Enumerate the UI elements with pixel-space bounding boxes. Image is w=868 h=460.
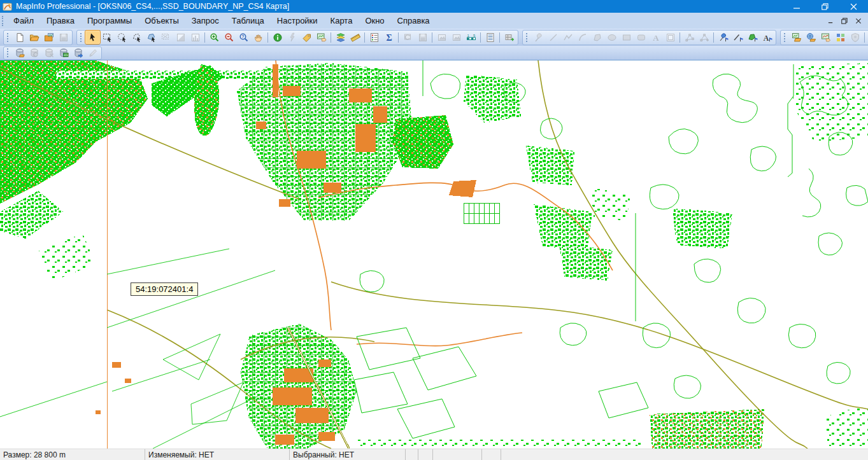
polygon-button — [590, 31, 604, 44]
minimize-icon — [828, 18, 834, 24]
polygon-icon — [592, 32, 602, 43]
dbms-catalog-button[interactable] — [71, 46, 85, 60]
menu-item-file[interactable]: Файл — [7, 14, 40, 27]
line-style-button[interactable] — [730, 31, 745, 44]
svg-text:A: A — [763, 33, 769, 42]
clip-region-button — [449, 31, 464, 44]
ruler-icon — [350, 32, 360, 43]
polygon-select-icon — [132, 32, 142, 43]
mapinfo-window: MapInfo Professional - [OKSN06_CS4,...,S… — [0, 0, 868, 460]
new-table-button[interactable] — [12, 31, 27, 44]
menu-item-programs[interactable]: Программы — [81, 14, 138, 27]
toolbar-web-services-grip[interactable] — [784, 33, 786, 42]
new-district-window-button[interactable] — [502, 31, 516, 44]
pan-button[interactable] — [251, 31, 266, 44]
restore-button[interactable] — [811, 0, 839, 13]
dbms-sql-view-button[interactable]: 101 — [56, 46, 71, 60]
menu-item-table[interactable]: Таблица — [225, 14, 271, 27]
ruler-button[interactable] — [348, 31, 362, 44]
status-filler — [501, 449, 868, 460]
menu-item-window[interactable]: Окно — [359, 14, 390, 27]
invert-selection-icon — [176, 32, 186, 43]
tool-grid-icon — [836, 32, 846, 43]
menubar-grip[interactable] — [2, 16, 4, 26]
menu-item-help[interactable]: Справка — [391, 14, 436, 27]
db-arrow-icon — [73, 48, 83, 58]
zoom-out-button[interactable] — [222, 31, 236, 44]
zoom-change-button[interactable]: ? — [236, 31, 251, 44]
child-close-button[interactable] — [853, 16, 864, 26]
rounded-rectangle-icon — [636, 32, 646, 43]
select-button[interactable] — [85, 31, 100, 44]
status-zoom-size-text: Размер: 28 800 m — [3, 450, 66, 459]
toolbar-separator — [499, 32, 500, 43]
invert-selection-button — [173, 31, 188, 44]
redistrict-button — [401, 31, 415, 44]
toolbar-row-2: 101 — [0, 46, 868, 60]
menu-item-map[interactable]: Карта — [324, 14, 359, 27]
toolbar-standard — [3, 30, 73, 45]
region-style-icon — [748, 32, 758, 43]
polygon-select-button[interactable] — [129, 31, 144, 44]
svg-text:?: ? — [241, 34, 244, 39]
reshape-icon — [685, 32, 695, 43]
open-workspace-button[interactable] — [41, 31, 56, 44]
layer-control-button[interactable] — [333, 31, 348, 44]
menu-item-objects[interactable]: Объекты — [138, 14, 185, 27]
svg-text:1: 1 — [467, 33, 469, 37]
svg-text:5: 5 — [473, 33, 476, 37]
region-style-button[interactable] — [745, 31, 760, 44]
new-browser-button[interactable] — [483, 31, 497, 44]
menu-item-edit[interactable]: Правка — [40, 14, 81, 27]
new-legend-button[interactable] — [367, 31, 381, 44]
status-editable-layer[interactable]: Изменяемый: НЕТ — [145, 449, 290, 460]
toolbar-separator — [331, 32, 331, 43]
scalebar-button[interactable]: 15 — [464, 31, 478, 44]
browser-list-icon — [485, 32, 495, 43]
open-dbms-table-button[interactable] — [12, 46, 27, 60]
reshape-button — [682, 31, 697, 44]
open-web-service-button[interactable] — [804, 31, 818, 44]
label-button[interactable] — [299, 31, 314, 44]
map-canvas[interactable]: 54:19:072401:4 — [0, 60, 868, 449]
arrow-cursor-icon — [88, 32, 98, 43]
info-button[interactable] — [270, 31, 285, 44]
status-selectable-layer[interactable]: Выбранный: НЕТ — [290, 449, 406, 460]
toolbar-drawing: AA — [522, 30, 776, 45]
clip-region-toggle-button — [434, 31, 449, 44]
open-table-button[interactable] — [27, 31, 41, 44]
menu-item-settings[interactable]: Настройки — [271, 14, 324, 27]
radius-select-button[interactable] — [115, 31, 129, 44]
zoom-in-button[interactable] — [207, 31, 222, 44]
ellipse-button — [604, 31, 619, 44]
arc-icon — [578, 32, 588, 43]
minimize-button[interactable] — [782, 0, 811, 13]
symbol-style-button[interactable] — [716, 31, 730, 44]
toolbar-standard-grip[interactable] — [7, 33, 10, 42]
toolbar-main-grip[interactable] — [80, 33, 83, 42]
open-universal-data-button[interactable] — [789, 31, 804, 44]
lightning-icon — [287, 32, 297, 43]
line-icon — [548, 32, 559, 43]
rectangle-button — [619, 31, 634, 44]
toolbar-drawing-grip[interactable] — [526, 33, 529, 42]
child-minimize-button[interactable] — [825, 16, 836, 26]
status-panel-empty-1 — [406, 449, 418, 460]
menu-item-query[interactable]: Запрос — [185, 14, 225, 27]
drag-map-window-button[interactable] — [314, 31, 329, 44]
open-wfs-button[interactable] — [818, 31, 833, 44]
db-folder-icon — [15, 48, 25, 58]
pin-gray-icon — [534, 32, 544, 43]
status-zoom-size[interactable]: Размер: 28 800 m — [0, 449, 145, 460]
marquee-select-button[interactable] — [100, 31, 115, 44]
statistics-button[interactable]: Σ — [381, 31, 396, 44]
text-style-button[interactable]: A — [760, 31, 774, 44]
tool-manager-button[interactable] — [833, 31, 848, 44]
text-style-icon: A — [762, 32, 772, 43]
child-restore-button[interactable] — [839, 16, 850, 26]
shield-icon — [850, 32, 860, 43]
close-button[interactable] — [839, 0, 868, 13]
boundary-select-button[interactable] — [144, 31, 159, 44]
zoom-in-icon — [210, 32, 220, 43]
toolbar-dbms-grip[interactable] — [7, 48, 10, 57]
